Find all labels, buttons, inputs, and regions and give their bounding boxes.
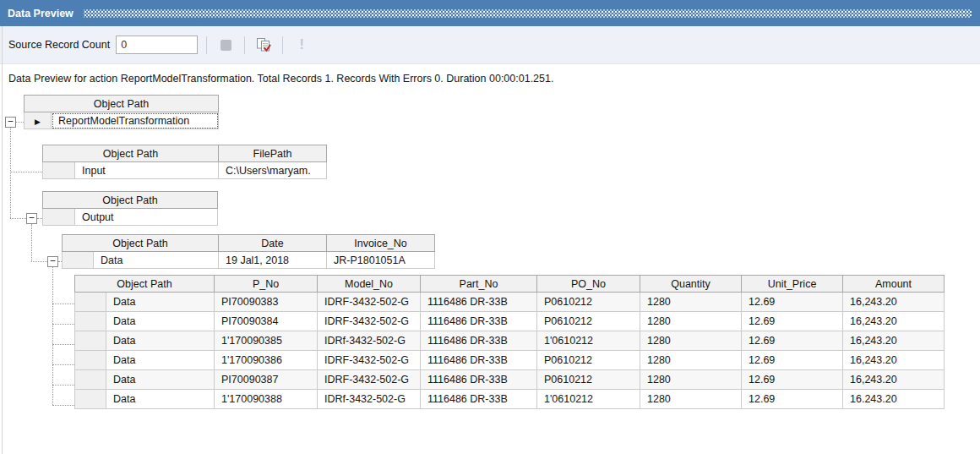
- column-header-object-path[interactable]: Object Path: [24, 96, 219, 112]
- preview-data-button[interactable]: [253, 35, 274, 55]
- cell-unit-price[interactable]: 12.69: [742, 370, 843, 390]
- cell-quantity[interactable]: 1280: [640, 312, 742, 331]
- column-header-part-no[interactable]: Part_No: [421, 276, 537, 293]
- cell-p-no[interactable]: 1'170090385: [215, 331, 318, 351]
- cell-p-no[interactable]: 1'170090388: [215, 390, 318, 409]
- cell-p-no[interactable]: PI70090384: [215, 312, 318, 331]
- cell-amount[interactable]: 16,243.20: [843, 351, 945, 370]
- cell-unit-price[interactable]: 12.69: [742, 351, 843, 370]
- cell-quantity[interactable]: 1280: [640, 331, 742, 351]
- cell-invoice-no[interactable]: JR-P1801051A: [327, 252, 435, 269]
- cell-quantity[interactable]: 1280: [640, 351, 742, 370]
- column-header-date[interactable]: Date: [219, 235, 327, 252]
- cell-object-path[interactable]: Data: [106, 370, 215, 390]
- cell-model-no[interactable]: IDRF-3432-502-G: [318, 351, 421, 370]
- row-selector[interactable]: [75, 351, 106, 370]
- source-record-count-input[interactable]: [116, 36, 198, 54]
- cell-object-path[interactable]: Input: [75, 162, 219, 179]
- table-row[interactable]: ▶ ReportModelTransformation: [24, 112, 219, 129]
- cell-part-no[interactable]: 1116486 DR-33B: [421, 331, 537, 351]
- table-row[interactable]: Data 1'170090386 IDRF-3432-502-G 1116486…: [75, 351, 945, 370]
- cell-po-no[interactable]: P0610212: [537, 293, 640, 312]
- show-errors-button[interactable]: !: [291, 35, 312, 55]
- tree-connector: [10, 218, 26, 219]
- cell-model-no[interactable]: IDRf-3432-502-G: [318, 390, 421, 409]
- cell-po-no[interactable]: P0610212: [537, 351, 640, 370]
- column-header-object-path[interactable]: Object Path: [43, 192, 218, 209]
- column-header-invoice-no[interactable]: Invoice_No: [327, 235, 435, 252]
- cell-model-no[interactable]: IDRf-3432-502-G: [318, 331, 421, 351]
- row-selector[interactable]: [75, 370, 106, 390]
- table-row[interactable]: Output: [43, 209, 218, 226]
- cell-object-path[interactable]: Data: [106, 390, 215, 409]
- cell-p-no[interactable]: PI70090387: [215, 370, 318, 390]
- cell-model-no[interactable]: IDRF-3432-502-G: [318, 312, 421, 331]
- cell-part-no[interactable]: 1116486 DR-33B: [421, 351, 537, 370]
- row-selector[interactable]: [43, 209, 75, 226]
- cell-part-no[interactable]: 1116486 DR-33B: [421, 370, 537, 390]
- column-header-object-path[interactable]: Object Path: [63, 235, 219, 252]
- table-row[interactable]: Data PI70090387 IDRF-3432-502-G 1116486 …: [75, 370, 945, 390]
- cell-quantity[interactable]: 1280: [640, 390, 742, 409]
- cell-object-path[interactable]: Data: [94, 252, 219, 269]
- table-row[interactable]: Data PI70090383 IDRF-3432-502-G 1116486 …: [75, 293, 945, 312]
- column-header-filepath[interactable]: FilePath: [219, 145, 327, 162]
- collapse-expander-icon[interactable]: −: [5, 117, 16, 128]
- cell-amount[interactable]: 16,243.20: [843, 370, 945, 390]
- row-selector[interactable]: [63, 252, 94, 269]
- row-selector[interactable]: ▶: [24, 112, 52, 129]
- column-header-model-no[interactable]: Model_No: [318, 276, 421, 293]
- table-row[interactable]: Data 1'170090385 IDRf-3432-502-G 1116486…: [75, 331, 945, 351]
- cell-amount[interactable]: 16,243.20: [843, 331, 945, 351]
- column-header-object-path[interactable]: Object Path: [75, 276, 215, 293]
- cell-model-no[interactable]: IDRF-3432-502-G: [318, 370, 421, 390]
- cell-date[interactable]: 19 Jal1, 2018: [219, 252, 327, 269]
- cell-unit-price[interactable]: 12.69: [742, 331, 843, 351]
- cell-amount[interactable]: 16,243.20: [843, 312, 945, 331]
- cell-object-path[interactable]: Output: [75, 209, 218, 226]
- cell-part-no[interactable]: 1116486 DR-33B: [421, 390, 537, 409]
- cell-amount[interactable]: 16.243.20: [843, 390, 945, 409]
- cell-po-no[interactable]: 1'0610212: [537, 390, 640, 409]
- cell-filepath[interactable]: C:\Users\maryam.: [219, 162, 327, 179]
- table-row[interactable]: Input C:\Users\maryam.: [43, 162, 327, 179]
- cell-po-no[interactable]: P0610212: [537, 370, 640, 390]
- cell-object-path[interactable]: Data: [106, 312, 215, 331]
- panel-titlebar[interactable]: Data Preview: [0, 0, 980, 26]
- cell-unit-price[interactable]: 12.69: [742, 390, 843, 409]
- cell-model-no[interactable]: IDRF-3432-502-G: [318, 293, 421, 312]
- row-selector[interactable]: [43, 162, 75, 179]
- cell-part-no[interactable]: 1116486 DR-33B: [421, 293, 537, 312]
- row-selector[interactable]: [75, 312, 106, 331]
- collapse-expander-icon[interactable]: −: [26, 213, 37, 224]
- cell-object-path[interactable]: Data: [106, 293, 215, 312]
- cell-object-path[interactable]: Data: [106, 351, 215, 370]
- cell-unit-price[interactable]: 12.69: [742, 293, 843, 312]
- stop-preview-button[interactable]: [215, 35, 236, 55]
- table-row[interactable]: Data 19 Jal1, 2018 JR-P1801051A: [63, 252, 435, 269]
- row-selector[interactable]: [75, 293, 106, 312]
- cell-part-no[interactable]: 1116486 DR-33B: [421, 312, 537, 331]
- column-header-po-no[interactable]: PO_No: [537, 276, 640, 293]
- cell-object-path[interactable]: ReportModelTransformation: [52, 112, 219, 129]
- row-selector[interactable]: [75, 331, 106, 351]
- row-selector[interactable]: [75, 390, 106, 409]
- cell-quantity[interactable]: 1280: [640, 370, 742, 390]
- cell-p-no[interactable]: PI70090383: [215, 293, 318, 312]
- collapse-expander-icon[interactable]: −: [47, 256, 58, 267]
- column-header-quantity[interactable]: Quantity: [640, 276, 742, 293]
- table-row[interactable]: Data 1'170090388 IDRf-3432-502-G 1116486…: [75, 390, 945, 409]
- toolbar-separator: [282, 36, 283, 54]
- column-header-unit-price[interactable]: Unit_Price: [742, 276, 843, 293]
- cell-quantity[interactable]: 1280: [640, 293, 742, 312]
- column-header-object-path[interactable]: Object Path: [43, 145, 219, 162]
- cell-amount[interactable]: 16,243.20: [843, 293, 945, 312]
- cell-po-no[interactable]: P0610212: [537, 312, 640, 331]
- cell-object-path[interactable]: Data: [106, 331, 215, 351]
- column-header-amount[interactable]: Amount: [843, 276, 945, 293]
- table-row[interactable]: Data PI70090384 IDRF-3432-502-G 1116486 …: [75, 312, 945, 331]
- cell-unit-price[interactable]: 12.69: [742, 312, 843, 331]
- cell-po-no[interactable]: 1'0610212: [537, 331, 640, 351]
- column-header-p-no[interactable]: P_No: [215, 276, 318, 293]
- cell-p-no[interactable]: 1'170090386: [215, 351, 318, 370]
